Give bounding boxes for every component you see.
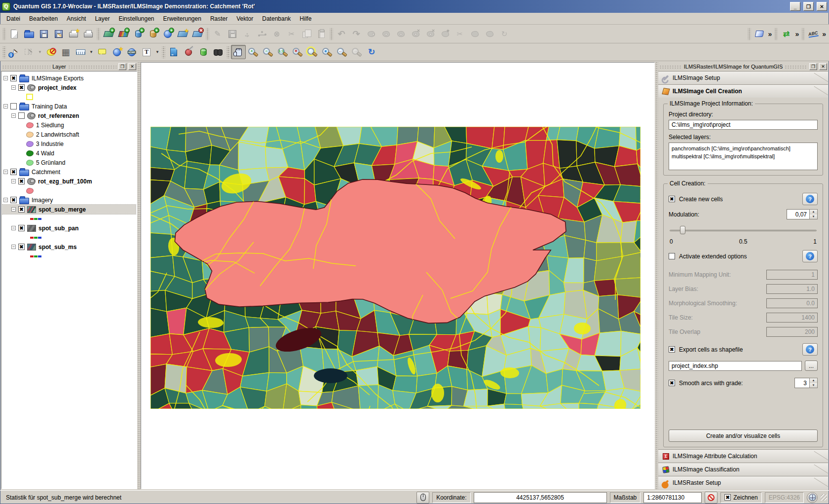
modulation-spinbox[interactable]: 0,07 ▲▼ xyxy=(787,209,818,219)
tree-expander-icon[interactable]: − xyxy=(3,104,8,108)
refresh-map-button[interactable]: ↻ xyxy=(364,45,379,59)
plugin-dock-titlebar[interactable]: ILMSRaster/ILMSImage for QuantumGIS ❐ ✕ xyxy=(658,62,828,71)
minimize-button[interactable]: _ xyxy=(790,2,800,11)
menu-raster[interactable]: Raster xyxy=(206,14,232,24)
evis-plugin-button[interactable] xyxy=(181,45,196,59)
layer-visibility-checkbox[interactable]: ✖ xyxy=(18,225,25,231)
layer-tree-item-rot-referenzen[interactable]: −rot_referenzen xyxy=(2,111,136,120)
measure-dropdown-button[interactable]: ▼ xyxy=(88,45,95,59)
open-attribute-table-button[interactable]: ▦ xyxy=(58,45,73,59)
save-project-button[interactable] xyxy=(37,27,51,41)
add-raster-layer-button[interactable]: + xyxy=(116,27,131,41)
save-project-as-button[interactable]: ✎ xyxy=(51,27,66,41)
tree-expander-icon[interactable]: − xyxy=(11,113,16,118)
offline-editing-button[interactable]: ⇄ xyxy=(779,27,793,41)
new-bookmark-button[interactable]: ★ xyxy=(110,45,124,59)
map-canvas[interactable] xyxy=(141,62,655,489)
crs-transform-button[interactable] xyxy=(807,492,818,503)
section-ilmsimage-classification[interactable]: ILMSImage Classification xyxy=(658,463,828,476)
zoom-to-layer-button[interactable]: ■ xyxy=(320,45,335,59)
layer-tree-item-ilmsimage-exports[interactable]: −✖ILMSImage Exports xyxy=(2,73,136,83)
stop-rendering-button[interactable] xyxy=(705,492,717,504)
layer-visibility-checkbox[interactable]: ✖ xyxy=(18,178,25,184)
measure-line-button[interactable] xyxy=(73,45,88,59)
selected-layer-item[interactable]: panchromatisch [C:\ilms_img\rot\panchrom… xyxy=(672,144,815,152)
layer-tree-item[interactable] xyxy=(2,92,136,102)
mouse-position-toggle-button[interactable] xyxy=(416,492,429,504)
dock-float-icon[interactable]: ❐ xyxy=(118,63,126,70)
tree-expander-icon[interactable]: − xyxy=(3,76,8,80)
spinner-arrows[interactable]: ▲▼ xyxy=(809,378,818,388)
tree-expander-icon[interactable]: − xyxy=(11,207,16,212)
tree-expander-icon[interactable]: − xyxy=(3,198,8,202)
smooth-arcs-checkbox[interactable]: ✖ xyxy=(669,380,675,386)
scale-input[interactable]: 1:2860781130 xyxy=(643,492,702,503)
search-binoculars-button[interactable] xyxy=(211,45,226,59)
layer-tree-item-1-siedlung[interactable]: 1 Siedlung xyxy=(2,120,136,130)
remove-layer-button[interactable]: ✕ xyxy=(190,27,205,41)
spinner-arrows[interactable]: ▲▼ xyxy=(809,209,818,219)
layer-tree-item-4-wald[interactable]: 4 Wald xyxy=(2,148,136,158)
zoom-native-resolution-button[interactable]: 1:1 xyxy=(275,45,290,59)
activate-extended-options-checkbox[interactable] xyxy=(669,253,675,259)
layer-tree-item-spot-sub-ms[interactable]: −✖spot_sub_ms xyxy=(2,242,136,252)
section-ilmsimage-setup[interactable]: ILMSImage Setup xyxy=(658,71,828,84)
section-ilmsimage-cell-creation[interactable]: ILMSImage Cell Creation xyxy=(658,84,828,98)
zoom-last-button[interactable]: ← xyxy=(335,45,349,59)
zoom-to-selection-button[interactable] xyxy=(305,45,320,59)
annotation-dropdown-button[interactable]: ▼ xyxy=(154,45,161,59)
add-postgis-layer-button[interactable]: + xyxy=(131,27,146,41)
identify-features-button[interactable]: ➤i xyxy=(7,45,22,59)
browse-button[interactable]: ... xyxy=(805,360,818,371)
new-print-composer-button[interactable]: ★ xyxy=(66,27,81,41)
smooth-grade-spinbox[interactable]: 3 ▲▼ xyxy=(794,378,818,388)
layer-tree-item-spot-sub-pan[interactable]: −✖spot_sub_pan xyxy=(2,223,136,233)
layer-tree-item-3-industrie[interactable]: 3 Industrie xyxy=(2,139,136,148)
tree-expander-icon[interactable]: − xyxy=(11,179,16,183)
composer-manager-button[interactable] xyxy=(81,27,96,41)
window-resize-grip[interactable] xyxy=(821,494,827,501)
layer-tree-item-imagery[interactable]: −✖Imagery xyxy=(2,195,136,205)
export-cells-checkbox[interactable]: ✖ xyxy=(669,346,675,353)
menu-hilfe[interactable]: Hilfe xyxy=(295,14,316,24)
show-bookmarks-button[interactable]: HOME xyxy=(124,45,139,59)
layer-visibility-checkbox[interactable]: ✖ xyxy=(18,244,25,250)
layer-visibility-checkbox[interactable]: ✖ xyxy=(18,84,25,91)
mapserver-export-button[interactable] xyxy=(166,45,181,59)
modulation-slider[interactable] xyxy=(670,225,817,235)
layer-tree-item-2-landwirtschaft[interactable]: 2 Landwirtschaft xyxy=(2,130,136,139)
map-image[interactable] xyxy=(151,127,641,409)
menu-einstellungen[interactable]: Einstellungen xyxy=(114,14,158,24)
render-toggle-box[interactable]: ✖ Zeichnen xyxy=(720,492,761,503)
layer-visibility-checkbox[interactable]: ✖ xyxy=(10,197,17,203)
layer-visibility-checkbox[interactable] xyxy=(10,103,17,109)
toolbar-overflow-chevron[interactable]: » xyxy=(793,30,800,38)
dock-splitter-left[interactable] xyxy=(137,62,141,489)
layer-visibility-checkbox[interactable] xyxy=(18,112,25,119)
layer-tree-item-rot-ezg-buff-100m[interactable]: −✖rot_ezg_buff_100m xyxy=(2,177,136,186)
dock-close-icon[interactable]: ✕ xyxy=(819,63,827,70)
tree-expander-icon[interactable]: − xyxy=(11,226,16,230)
zoom-full-extent-button[interactable]: ✳ xyxy=(290,45,305,59)
help-button[interactable]: ? xyxy=(802,343,818,356)
menu-vektor[interactable]: Vektor xyxy=(232,14,258,24)
tree-expander-icon[interactable]: − xyxy=(11,245,16,249)
layer-visibility-checkbox[interactable]: ✖ xyxy=(10,75,17,81)
new-project-button[interactable] xyxy=(7,27,22,41)
labeling-button[interactable]: ABC xyxy=(806,27,821,41)
selected-layer-item[interactable]: multispektral [C:\ilms_img\rot\multispek… xyxy=(672,152,815,160)
menu-layer[interactable]: Layer xyxy=(90,14,114,24)
text-annotation-button[interactable]: T xyxy=(139,45,154,59)
spit-import-button[interactable] xyxy=(196,45,211,59)
new-shapefile-layer-button[interactable]: ★ xyxy=(175,27,190,41)
layers-dock-titlebar[interactable]: Layer ❐ ✕ xyxy=(1,62,137,71)
close-button[interactable]: ✕ xyxy=(817,2,827,11)
zoom-in-button[interactable]: + xyxy=(246,45,261,59)
toolbar-overflow-chevron[interactable]: » xyxy=(821,30,828,38)
section-ilmsraster-setup[interactable]: ILMSRaster Setup xyxy=(658,476,828,489)
dock-float-icon[interactable]: ❐ xyxy=(809,63,817,70)
menu-datenbank[interactable]: Datenbank xyxy=(258,14,295,24)
deselect-features-button[interactable] xyxy=(43,45,58,59)
section-ilmsimage-attribute-calculation[interactable]: Σ ILMSImage Attribute Calculation xyxy=(658,449,828,463)
menu-datei[interactable]: Datei xyxy=(2,14,25,24)
